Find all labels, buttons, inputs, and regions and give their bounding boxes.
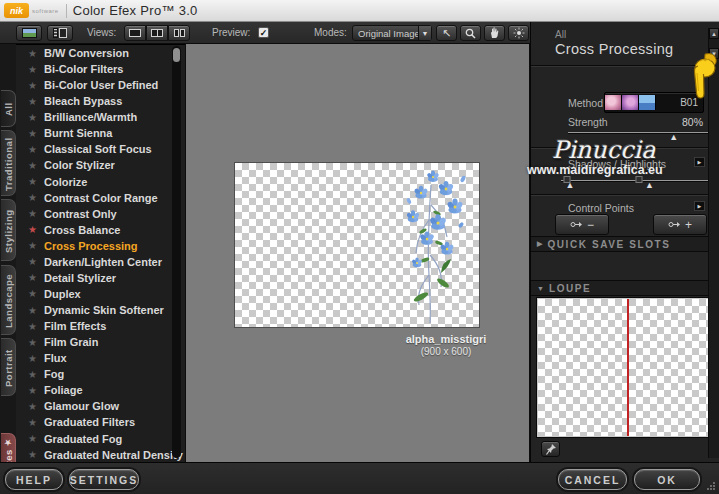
select-tool-button[interactable]: ↖ [436,25,457,41]
filter-item[interactable]: ★ Cross Balance [16,222,185,238]
filter-item[interactable]: ★ Brilliance/Warmth [16,109,185,125]
filter-star-icon[interactable]: ★ [27,256,38,267]
quick-save-slots-header[interactable]: ▶ QUICK SAVE SLOTS [531,236,719,252]
filter-item[interactable]: ★ Colorize [16,174,185,190]
panel-scrollbar[interactable]: ▲ ▼ [708,28,719,458]
filter-item[interactable]: ★ Classical Soft Focus [16,141,185,157]
filter-item[interactable]: ★ Graduated Neutral Density [16,447,185,463]
filter-item[interactable]: ★ Darken/Lighten Center [16,254,185,270]
filter-star-icon[interactable]: ★ [27,144,38,155]
loupe-preview[interactable] [537,298,717,437]
scroll-down-button[interactable]: ▼ [709,48,719,59]
shadows-highlights-slider[interactable]: ▲ ▲ [561,180,711,181]
filter-star-icon[interactable]: ★ [27,385,38,396]
help-button[interactable]: HELP [5,469,63,490]
view-sidebyside-button[interactable] [168,25,190,41]
tab-all[interactable]: All [1,90,16,127]
loupe-split-line[interactable] [627,299,629,436]
split-view-icon [151,29,163,37]
filter-star-icon[interactable]: ★ [27,112,38,123]
filter-item[interactable]: ★ Film Effects [16,318,185,334]
highlights-slider-marker[interactable]: ▲ [645,181,654,189]
scrollbar-thumb[interactable] [173,48,180,62]
filter-item[interactable]: ★ Bi-Color User Defined [16,77,185,93]
scroll-up-button[interactable]: ▲ [709,28,719,39]
filter-star-icon[interactable]: ★ [27,321,38,332]
pan-tool-button[interactable] [484,25,505,41]
filter-item[interactable]: ★ Flux [16,350,185,366]
filter-list-scrollbar[interactable] [172,46,181,458]
preview-canvas[interactable]: alpha_misstigri (900 x 600) [185,44,530,462]
filter-item[interactable]: ★ Duplex [16,286,185,302]
filter-star-icon[interactable]: ★ [27,64,38,75]
loupe-pin-button[interactable] [541,441,560,457]
filter-item[interactable]: ★ Foliage [16,382,185,398]
control-point-minus-button[interactable]: − [555,214,609,235]
filter-star-icon[interactable]: ★ [27,337,38,348]
filter-item[interactable]: ★ Contrast Only [16,206,185,222]
control-point-plus-button[interactable]: + [653,214,707,235]
preview-checkbox[interactable]: ✓ [258,27,269,38]
filter-star-icon[interactable]: ★ [27,288,38,299]
filter-star-icon[interactable]: ★ [27,80,38,91]
view-split-button[interactable] [146,25,168,41]
filter-item[interactable]: ★ Graduated Filters [16,414,185,430]
filter-star-icon[interactable]: ★ [27,96,38,107]
tab-stylizing[interactable]: Stylizing [1,199,16,261]
background-color-tool-button[interactable] [508,25,529,41]
filter-item[interactable]: ★ Dynamic Skin Softener [16,302,185,318]
filter-star-icon[interactable]: ★ [27,176,38,187]
highlights-handle[interactable] [636,176,643,183]
method-preview-strip[interactable]: B01 [604,92,704,113]
filter-star-icon[interactable]: ★ [27,433,38,444]
filter-item[interactable]: ★ Bi-Color Filters [16,61,185,77]
filter-item[interactable]: ★ Color Stylizer [16,157,185,173]
loupe-header[interactable]: ▼ LOUPE [531,280,719,296]
modes-dropdown[interactable]: Original Image ▼ [352,25,432,41]
strength-slider-marker[interactable]: ▲ [669,133,678,141]
filter-star-icon[interactable]: ★ [27,353,38,364]
filter-item[interactable]: ★ Fog [16,366,185,382]
control-points-expand-button[interactable]: ▶ [694,201,705,211]
filter-star-icon[interactable]: ★ [27,128,38,139]
filter-star-icon[interactable]: ★ [27,305,38,316]
ok-button[interactable]: OK [634,469,700,490]
strength-slider[interactable]: ▲ [568,132,711,133]
filter-star-icon[interactable]: ★ [27,272,38,283]
single-preview-button[interactable] [16,25,42,41]
filter-star-icon[interactable]: ★ [27,240,38,251]
filter-item[interactable]: ★ Glamour Glow [16,398,185,414]
zoom-tool-button[interactable] [460,25,481,41]
filter-star-icon[interactable]: ★ [27,208,38,219]
tab-traditional[interactable]: Traditional [1,130,16,196]
filter-star-icon[interactable]: ★ [27,192,38,203]
settings-button[interactable]: SETTINGS [69,469,139,490]
filter-item[interactable]: ★ Cross Processing [16,238,185,254]
filter-item[interactable]: ★ Contrast Color Range [16,190,185,206]
shadows-slider-marker[interactable]: ▲ [566,181,575,189]
filter-star-icon[interactable]: ★ [27,224,38,235]
filter-item[interactable]: ★ Burnt Sienna [16,125,185,141]
tab-portrait[interactable]: Portrait [1,338,16,396]
filter-item[interactable]: ★ Film Grain [16,334,185,350]
filter-star-icon[interactable]: ★ [27,160,38,171]
filter-star-icon[interactable]: ★ [27,401,38,412]
tab-landscape[interactable]: Landscape [1,265,16,335]
filter-star-icon[interactable]: ★ [27,369,38,380]
filter-item[interactable]: ★ Graduated Fog [16,431,185,447]
filter-item[interactable]: ★ Detail Stylizer [16,270,185,286]
image-preview[interactable] [235,163,479,327]
cancel-button[interactable]: CANCEL [558,469,627,490]
bottom-bar: HELP SETTINGS CANCEL OK [0,462,719,494]
filter-star-icon[interactable]: ★ [27,449,38,460]
filter-star-icon[interactable]: ★ [27,48,38,59]
filter-item[interactable]: ★ B/W Conversion [16,45,185,61]
filter-star-icon[interactable]: ★ [27,417,38,428]
shadows-expand-button[interactable]: ▶ [694,157,705,167]
filter-list: ★ B/W Conversion ★ Bi-Color Filters ★ Bi… [16,44,185,462]
view-single-button[interactable] [124,25,146,41]
resize-grip[interactable] [705,480,717,492]
filterlist-layout-button[interactable] [47,25,73,41]
filter-item[interactable]: ★ Bleach Bypass [16,93,185,109]
filter-label: Graduated Fog [44,433,122,445]
